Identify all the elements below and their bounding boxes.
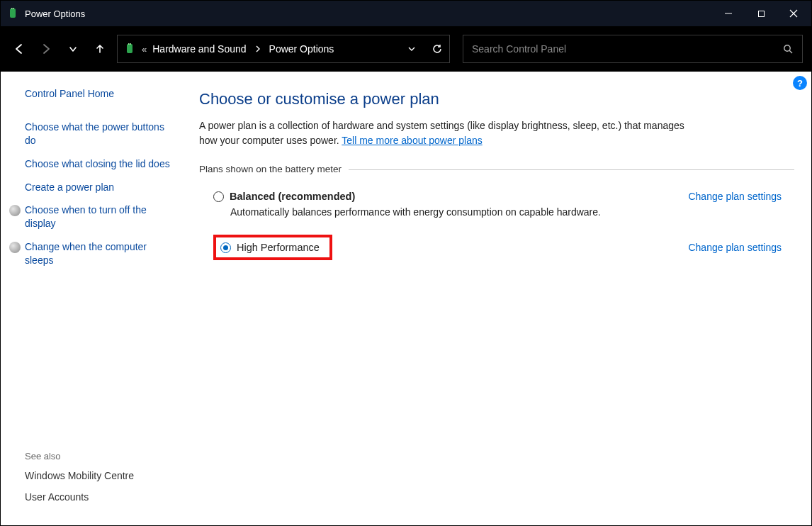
- up-button[interactable]: [90, 39, 110, 59]
- change-plan-settings-balanced[interactable]: Change plan settings: [688, 191, 782, 202]
- address-history-button[interactable]: [405, 43, 418, 55]
- sidebar-link-closing-lid[interactable]: Choose what closing the lid does: [25, 157, 178, 171]
- intro-text: A power plan is a collection of hardware…: [199, 118, 688, 148]
- main-panel: Choose or customise a power plan A power…: [185, 72, 811, 525]
- recent-locations-button[interactable]: [63, 39, 83, 59]
- window: Power Options: [0, 0, 812, 526]
- see-also-mobility-centre[interactable]: Windows Mobility Centre: [25, 470, 178, 481]
- radio-high-performance[interactable]: [220, 242, 231, 253]
- highlight-box: High Performance: [213, 235, 332, 260]
- svg-rect-8: [128, 43, 130, 45]
- fieldset-label: Plans shown on the battery meter: [199, 164, 349, 174]
- close-button[interactable]: [777, 1, 810, 26]
- control-panel-home-link[interactable]: Control Panel Home: [25, 87, 178, 101]
- sidebar-link-computer-sleeps[interactable]: Change when the computer sleeps: [25, 240, 178, 267]
- change-plan-settings-high-performance[interactable]: Change plan settings: [688, 242, 782, 253]
- plan-desc-balanced: Automatically balances performance with …: [230, 206, 680, 218]
- search-icon[interactable]: [783, 44, 794, 55]
- tell-me-more-link[interactable]: Tell me more about power plans: [342, 135, 482, 146]
- page-heading: Choose or customise a power plan: [199, 90, 794, 108]
- address-bar[interactable]: « Hardware and Sound Power Options: [117, 35, 450, 63]
- svg-line-11: [789, 50, 792, 53]
- sidebar: Control Panel Home Choose what the power…: [1, 72, 185, 525]
- minimize-button[interactable]: [712, 1, 745, 26]
- title-bar: Power Options: [1, 1, 811, 26]
- maximize-button[interactable]: [745, 1, 777, 26]
- see-also-user-accounts[interactable]: User Accounts: [25, 491, 178, 503]
- location-icon: [123, 43, 136, 55]
- navigation-bar: « Hardware and Sound Power Options: [1, 26, 811, 72]
- svg-rect-7: [127, 44, 132, 53]
- plan-name-high-performance[interactable]: High Performance: [237, 242, 320, 253]
- svg-point-10: [784, 45, 790, 50]
- window-title: Power Options: [25, 9, 85, 19]
- plan-row-high-performance: High Performance Change plan settings: [199, 235, 794, 260]
- radio-balanced[interactable]: [213, 191, 224, 202]
- search-box[interactable]: [463, 35, 803, 63]
- window-controls: [712, 1, 810, 26]
- sidebar-link-turn-off-display[interactable]: Choose when to turn off the display: [25, 203, 178, 230]
- refresh-button[interactable]: [431, 43, 444, 55]
- svg-rect-2: [13, 8, 15, 9]
- content-area: ? Control Panel Home Choose what the pow…: [1, 72, 811, 525]
- forward-button[interactable]: [36, 39, 56, 59]
- svg-rect-4: [758, 11, 764, 16]
- see-also-label: See also: [25, 451, 178, 461]
- plan-name-balanced[interactable]: Balanced (recommended): [230, 191, 355, 202]
- power-options-icon: [6, 7, 19, 20]
- back-button[interactable]: [9, 39, 29, 59]
- breadcrumb-current[interactable]: Power Options: [269, 43, 334, 55]
- svg-rect-1: [11, 8, 13, 9]
- shield-icon: [9, 242, 21, 253]
- svg-rect-9: [130, 43, 132, 45]
- sidebar-link-create-plan[interactable]: Create a power plan: [25, 181, 178, 194]
- chevron-right-icon: [252, 45, 264, 52]
- svg-rect-0: [10, 9, 16, 18]
- sidebar-link-power-buttons[interactable]: Choose what the power buttons do: [25, 121, 178, 147]
- search-input[interactable]: [472, 43, 777, 55]
- breadcrumb-parent[interactable]: Hardware and Sound: [152, 43, 246, 55]
- plans-fieldset: Plans shown on the battery meter: [199, 162, 794, 175]
- breadcrumb-prefix: «: [142, 44, 147, 55]
- plan-row-balanced: Balanced (recommended) Automatically bal…: [199, 188, 794, 222]
- shield-icon: [9, 205, 21, 216]
